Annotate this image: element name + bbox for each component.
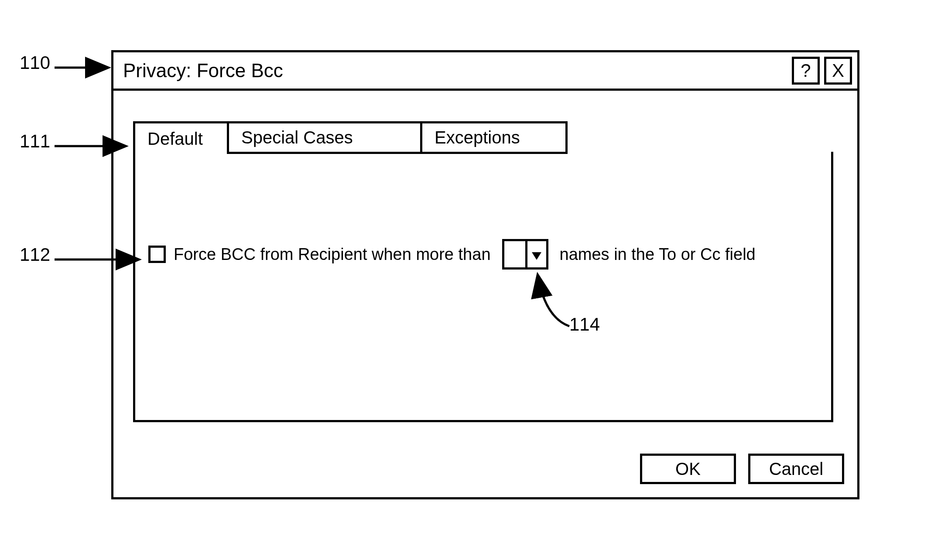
callout-110-label: 110 — [20, 52, 50, 73]
cancel-label: Cancel — [769, 459, 824, 479]
option-text-before: Force BCC from Recipient when more than — [174, 245, 491, 264]
tab-label: Exceptions — [435, 128, 520, 147]
threshold-dropdown-button[interactable] — [525, 241, 546, 267]
panel-inner: Force BCC from Recipient when more than … — [135, 152, 831, 283]
tab-special-cases[interactable]: Special Cases — [227, 121, 422, 154]
callout-111-label: 111 — [20, 131, 50, 152]
threshold-input[interactable] — [504, 241, 525, 267]
tab-default[interactable]: Default — [133, 121, 229, 154]
dialog-body: Default Special Cases Exceptions Force B… — [113, 91, 857, 497]
titlebar: Privacy: Force Bcc ? X — [113, 52, 857, 91]
tab-label: Default — [147, 129, 203, 149]
help-button[interactable]: ? — [792, 57, 820, 85]
privacy-force-bcc-dialog: Privacy: Force Bcc ? X Default Special C… — [111, 50, 859, 499]
tab-content-panel: Force BCC from Recipient when more than … — [133, 152, 833, 422]
tab-label: Special Cases — [241, 128, 353, 147]
cancel-button[interactable]: Cancel — [748, 454, 844, 484]
callout-114-arrow — [530, 270, 582, 335]
help-icon: ? — [801, 60, 811, 81]
callout-112-arrow — [52, 251, 144, 268]
threshold-combo[interactable] — [502, 239, 548, 270]
close-icon: X — [832, 60, 844, 81]
ok-label: OK — [675, 459, 701, 479]
tab-exceptions[interactable]: Exceptions — [420, 121, 568, 154]
ok-button[interactable]: OK — [640, 454, 736, 484]
svg-marker-0 — [532, 252, 541, 260]
callout-110-arrow — [52, 59, 113, 76]
callout-111-arrow — [52, 137, 131, 155]
dialog-title: Privacy: Force Bcc — [123, 60, 787, 82]
callout-112-label: 112 — [20, 244, 50, 265]
close-button[interactable]: X — [824, 57, 852, 85]
option-text-after: names in the To or Cc field — [560, 245, 756, 264]
diagram-canvas: Privacy: Force Bcc ? X Default Special C… — [0, 0, 931, 560]
dialog-footer-buttons: OK Cancel — [640, 454, 844, 484]
chevron-down-icon — [532, 245, 541, 264]
force-bcc-option-row: Force BCC from Recipient when more than … — [148, 239, 818, 270]
force-bcc-checkbox[interactable] — [148, 246, 166, 263]
